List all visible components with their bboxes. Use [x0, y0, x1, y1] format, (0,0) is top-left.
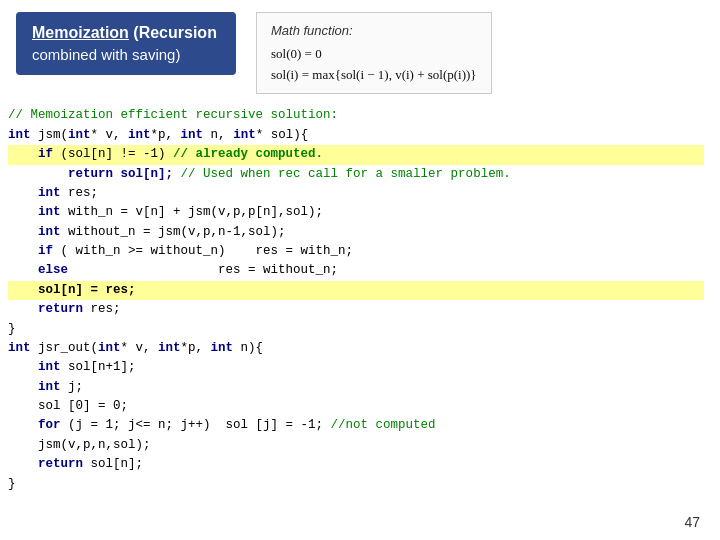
code-line19: }	[8, 475, 704, 494]
title-underline: Memoization	[32, 24, 129, 41]
math-formula-line2: sol(i) = max{sol(i − 1), v(i) + sol(p(i)…	[271, 65, 477, 86]
math-formula-line1: sol(0) = 0	[271, 44, 477, 65]
code-line2: if (sol[n] != -1) // already computed.	[8, 145, 704, 164]
code-line1: int jsm(int* v, int*p, int n, int* sol){	[8, 126, 704, 145]
code-line18: return sol[n];	[8, 455, 704, 474]
page-number: 47	[684, 514, 700, 530]
code-line3: return sol[n]; // Used when rec call for…	[8, 165, 704, 184]
title-main: Memoization (Recursion	[32, 22, 220, 44]
title-box: Memoization (Recursion combined with sav…	[16, 12, 236, 75]
code-line16: for (j = 1; j<= n; j++) sol [j] = -1; //…	[8, 416, 704, 435]
header-section: Memoization (Recursion combined with sav…	[0, 0, 720, 102]
code-line10: return res;	[8, 300, 704, 319]
code-line13: int sol[n+1];	[8, 358, 704, 377]
code-line5: int with_n = v[n] + jsm(v,p,p[n],sol);	[8, 203, 704, 222]
code-line9: sol[n] = res;	[8, 281, 704, 300]
code-section: // Memoization efficient recursive solut…	[0, 102, 720, 498]
code-line11: }	[8, 320, 704, 339]
code-line15: sol [0] = 0;	[8, 397, 704, 416]
code-line4: int res;	[8, 184, 704, 203]
code-line14: int j;	[8, 378, 704, 397]
math-label: Math function:	[271, 21, 477, 42]
code-line12: int jsr_out(int* v, int*p, int n){	[8, 339, 704, 358]
code-line17: jsm(v,p,n,sol);	[8, 436, 704, 455]
title-sub: combined with saving)	[32, 44, 220, 65]
math-box: Math function: sol(0) = 0 sol(i) = max{s…	[256, 12, 492, 94]
code-line8: else res = without_n;	[8, 261, 704, 280]
code-line7: if ( with_n >= without_n) res = with_n;	[8, 242, 704, 261]
code-line6: int without_n = jsm(v,p,n-1,sol);	[8, 223, 704, 242]
code-comment1: // Memoization efficient recursive solut…	[8, 106, 704, 125]
